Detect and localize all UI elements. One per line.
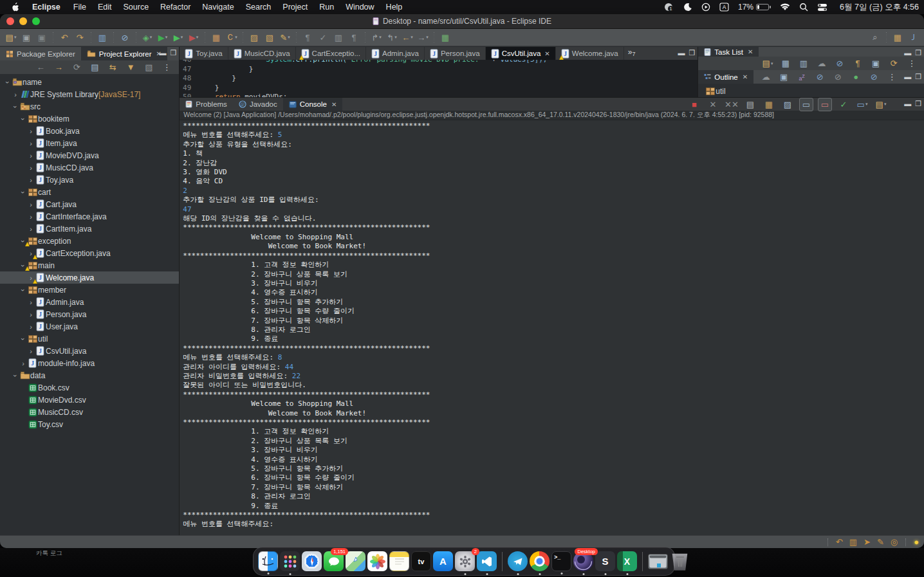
tree-closed-chevron-icon[interactable]: › (27, 323, 35, 331)
focus-icon[interactable]: ☁ (759, 70, 773, 84)
next-annotation-icon[interactable]: ¶ (300, 31, 315, 44)
search-icon[interactable]: ⌕ (868, 31, 882, 44)
last-edit-icon[interactable]: ▥ (331, 31, 346, 44)
remove-all-icon[interactable]: ✕✕ (725, 98, 739, 111)
maximize-editor-icon[interactable]: ❒ (688, 49, 695, 57)
maximize-explorer-icon[interactable]: ❒ (170, 49, 176, 57)
tree-closed-chevron-icon[interactable]: › (19, 360, 27, 367)
run-icon[interactable]: ▶▾ (171, 31, 185, 44)
save-all-icon[interactable]: ▣ (35, 31, 49, 44)
tree-item-bookitem[interactable]: ›bookitem (0, 113, 179, 125)
maximize-tasklist-icon[interactable]: ❒ (915, 49, 921, 57)
tree-closed-chevron-icon[interactable]: › (27, 164, 35, 172)
write-mode-icon[interactable]: ✎ (877, 537, 884, 547)
tree-closed-chevron-icon[interactable]: › (27, 127, 35, 135)
close-task-list-icon[interactable]: ✕ (748, 48, 753, 55)
editor-tab-cartexceptio[interactable]: JCartExceptio... (296, 47, 366, 60)
open-folder-icon[interactable]: ▨ (247, 31, 261, 44)
link-with-editor-icon[interactable]: ⇆ (106, 60, 120, 74)
wifi-icon[interactable] (780, 3, 790, 11)
skip-breakpoints-icon[interactable]: ⊘ (118, 31, 132, 44)
editor-tab-csvutil-java[interactable]: JCsvUtil.java✕ (486, 47, 556, 60)
tab-outline[interactable]: Outline✕ (698, 70, 753, 84)
dock-item-appstore[interactable]: A (433, 551, 453, 571)
tree-closed-chevron-icon[interactable]: › (27, 347, 35, 355)
tree-item-jre-system-library[interactable]: ›JRE System Library [JavaSE-17] (0, 88, 179, 100)
open-element-icon[interactable]: ▥ (95, 31, 109, 44)
tree-item-admin-java[interactable]: ›JAdmin.java (0, 296, 179, 308)
tree-item-moviedvd-csv[interactable]: MovieDvd.csv (0, 394, 179, 406)
tree-closed-chevron-icon[interactable]: › (27, 152, 35, 160)
tree-item-welcome-java[interactable]: ›JWelcome.java (0, 271, 179, 284)
new-wizard-icon[interactable]: ▤▾ (4, 31, 18, 44)
donate-icon[interactable]: ◎ (891, 537, 898, 547)
menubar-item-source[interactable]: Source (117, 0, 154, 14)
minimize-editor-icon[interactable]: ▬ (678, 49, 685, 57)
maximize-window-button[interactable] (32, 17, 40, 25)
minimize-console-icon[interactable]: ▬ (904, 100, 911, 108)
show-on-stderr-icon[interactable]: ▭ (818, 98, 832, 111)
open-resource-icon[interactable]: ▧ (263, 31, 277, 44)
tree-item-module-info-java[interactable]: ›Jmodule-info.java (0, 357, 179, 369)
hide-static-icon[interactable]: ⊘ (831, 70, 845, 84)
tree-item-src[interactable]: ›src (0, 100, 179, 113)
hide-fields-icon[interactable]: ⊘ (813, 70, 827, 84)
tree-item-toy-java[interactable]: ›JToy.java (0, 174, 179, 186)
focus-icon[interactable]: ▧ (142, 60, 156, 74)
desktop-file-label[interactable]: 카톡 로그 (36, 549, 62, 558)
editor-tab-welcome-java[interactable]: JWelcome.java (556, 47, 624, 60)
sync-icon[interactable]: ☁ (815, 57, 829, 70)
dock-item-eclipse[interactable]: Desktop (573, 551, 593, 571)
dock-item-appletv[interactable]: tv (411, 551, 431, 571)
menubar-app-name[interactable]: Eclipse (26, 0, 66, 14)
java-perspective-icon[interactable]: Ｊ (906, 31, 920, 44)
tab-project-explorer[interactable]: Project Explorer✕ (81, 47, 167, 60)
tutorials-icon[interactable]: ➤ (864, 537, 871, 547)
dock-item-excel[interactable]: X (617, 551, 637, 571)
maximize-console-icon[interactable]: ❒ (915, 100, 921, 108)
dock-item-launchpad[interactable] (280, 551, 300, 571)
notification-badge-1-icon[interactable]: 1 (664, 3, 674, 12)
tree-item-cartitem-java[interactable]: ›JCartItem.java (0, 223, 179, 235)
tree-open-chevron-icon[interactable]: › (12, 103, 19, 111)
undo-icon[interactable]: ↶ (57, 31, 71, 44)
refresh-icon[interactable]: ⟳ (69, 60, 84, 74)
dock-item-photos[interactable] (367, 551, 387, 571)
tree-open-chevron-icon[interactable]: › (19, 286, 27, 294)
tree-open-chevron-icon[interactable]: › (12, 372, 19, 380)
tree-item-util[interactable]: ›util (0, 333, 179, 345)
open-task-icon[interactable]: ▦ (438, 31, 452, 44)
mark-occurrences-icon[interactable]: ✎▾ (278, 31, 292, 44)
console-tab-javadoc[interactable]: @Javadoc (233, 98, 283, 111)
scroll-lock-icon[interactable]: ▦ (762, 98, 776, 111)
back-icon[interactable]: ← (33, 60, 48, 74)
tree-item-user-java[interactable]: ›JUser.java (0, 320, 179, 333)
new-java-project-icon[interactable]: ▦ (209, 31, 223, 44)
open-console-icon[interactable]: ▤▾ (874, 98, 888, 111)
maximize-outline-icon[interactable]: ❒ (915, 73, 921, 81)
dock-item-terminal[interactable]: >_ (551, 551, 571, 571)
close-outline-icon[interactable]: ✕ (743, 73, 748, 80)
redo-icon[interactable]: ↷ (73, 31, 87, 44)
tree-open-chevron-icon[interactable]: › (4, 78, 12, 86)
menubar-item-help[interactable]: Help (380, 0, 409, 14)
back-icon[interactable]: ←▾ (400, 31, 414, 44)
word-wrap-icon[interactable]: ▨ (781, 98, 795, 111)
view-menu-icon[interactable]: ⋮ (160, 60, 174, 74)
tree-closed-chevron-icon[interactable]: › (27, 311, 35, 318)
tree-item-main[interactable]: ›main (0, 259, 179, 271)
dock-item-trash[interactable] (670, 551, 690, 571)
tree-closed-chevron-icon[interactable]: › (27, 140, 35, 147)
tree-open-chevron-icon[interactable]: › (19, 115, 27, 123)
menubar-item-refactor[interactable]: Refactor (154, 0, 196, 14)
tree-item-cart[interactable]: ›cart (0, 186, 179, 198)
show-on-stdout-icon[interactable]: ▭ (799, 98, 813, 111)
dock-item-chrome[interactable] (530, 551, 550, 571)
dock-item-settings[interactable]: 2 (455, 551, 475, 571)
clear-icon[interactable]: ▤ (743, 98, 757, 111)
pin-console-icon[interactable]: ✓ (836, 98, 851, 111)
dock-item-messages[interactable]: 1,151 (324, 551, 344, 571)
tree-closed-chevron-icon[interactable]: › (27, 225, 35, 233)
sort-icon[interactable]: ₐᶻ (795, 70, 809, 84)
dock-item-window-preview[interactable] (648, 554, 668, 569)
